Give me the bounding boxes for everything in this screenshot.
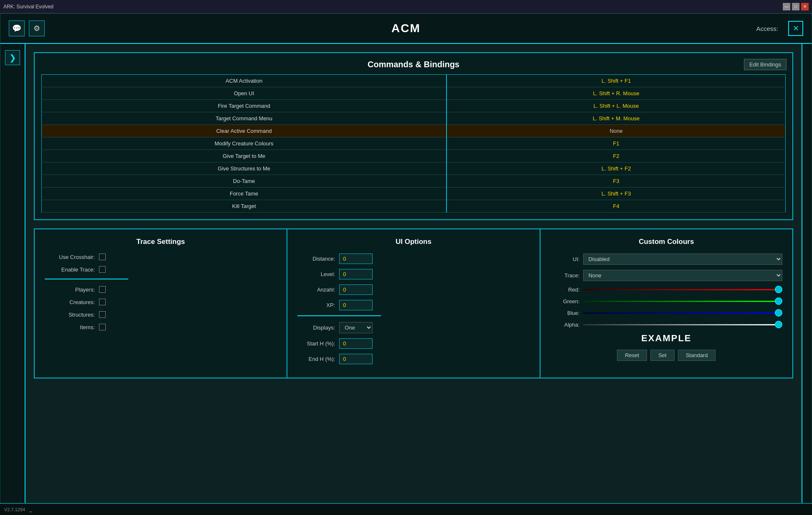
end-h-input[interactable] [339,354,373,364]
command-binding: F3 [447,175,785,188]
ui-options-panel: UI Options Distance: Level: Anzahl: [287,229,540,378]
end-h-row: End H (%): [297,354,529,364]
items-label: Items: [45,324,95,330]
structures-checkbox[interactable] [99,311,106,318]
command-binding: F1 [447,137,785,150]
ui-colour-select[interactable]: Disabled Enabled [583,254,782,265]
blue-label: Blue: [551,310,580,316]
command-name: Clear Active Command [42,125,447,137]
status-bar: V2.7.1294 _ [0,503,812,515]
green-slider-container [583,298,782,304]
ui-colour-row: UI: Disabled Enabled [551,254,782,265]
app-title: ACM [391,22,421,35]
green-label: Green: [551,298,580,304]
anzahl-input[interactable] [339,284,373,295]
start-h-row: Start H (%): [297,338,529,349]
command-name: Force Tame [42,188,447,200]
trace-colour-label: Trace: [551,272,580,279]
command-name: Do-Tame [42,175,447,188]
red-label: Red: [551,287,580,293]
standard-button[interactable]: Standard [678,350,716,361]
distance-row: Distance: [297,254,529,264]
title-bar: ARK: Survival Evolved — □ ✕ [0,0,812,13]
anzahl-label: Anzahl: [297,287,335,293]
minimize-button[interactable]: — [783,3,790,10]
custom-colours-panel: Custom Colours UI: Disabled Enabled Trac… [540,229,792,378]
table-row[interactable]: Open UIL. Shift + R. Mouse [42,87,786,100]
main-content: Commands & Bindings Edit Bindings ACM Ac… [25,44,802,503]
distance-input[interactable] [339,254,373,264]
command-name: Fire Target Command [42,100,447,112]
green-slider-thumb[interactable] [775,297,782,305]
items-checkbox[interactable] [99,324,106,330]
alpha-slider-track [583,324,782,325]
players-checkbox[interactable] [99,286,106,293]
nav-arrow-button[interactable]: ❯ [5,50,20,65]
maximize-button[interactable]: □ [792,3,799,10]
table-row[interactable]: Give Structures to MeL. Shift + F2 [42,162,786,175]
start-h-label: Start H (%): [297,340,335,347]
reset-button[interactable]: Reset [617,350,647,361]
level-input[interactable] [339,269,373,279]
header-icons: 💬 ⚙ [9,20,45,36]
alpha-label: Alpha: [551,322,580,328]
green-slider-track [583,301,782,302]
command-binding: L. Shift + R. Mouse [447,87,785,100]
use-crosshair-row: Use Crosshair: [45,254,277,260]
use-crosshair-checkbox[interactable] [99,254,106,260]
table-row[interactable]: Do-TameF3 [42,175,786,188]
red-slider-container [583,286,782,293]
settings-icon[interactable]: ⚙ [29,20,45,36]
level-row: Level: [297,269,529,279]
blue-slider-container [583,310,782,316]
command-name: Target Command Menu [42,112,447,125]
table-row[interactable]: Force TameL. Shift + F3 [42,188,786,200]
command-name: Modify Creature Colours [42,137,447,150]
command-binding: L. Shift + F2 [447,162,785,175]
trace-settings-panel: Trace Settings Use Crosshair: Enable Tra… [35,229,287,378]
alpha-slider-container [583,321,782,328]
table-row[interactable]: Give Target to MeF2 [42,150,786,162]
table-row[interactable]: Modify Creature ColoursF1 [42,137,786,150]
blue-row: Blue: [551,310,782,316]
access-label: Access: [756,25,778,32]
table-row[interactable]: Clear Active CommandNone [42,125,786,137]
red-slider-track [583,289,782,290]
main-container: 💬 ⚙ ACM Access: ✕ ❯ Commands & Bindings … [0,13,812,503]
command-name: Kill Target [42,200,447,213]
use-crosshair-label: Use Crosshair: [45,254,95,260]
command-name: Give Structures to Me [42,162,447,175]
xp-input[interactable] [339,300,373,310]
displays-select[interactable]: One Two Three [339,322,373,333]
custom-colours-title: Custom Colours [551,238,782,246]
chat-icon[interactable]: 💬 [9,20,25,36]
set-button[interactable]: Set [650,350,675,361]
edit-bindings-button[interactable]: Edit Bindings [744,59,787,70]
command-binding: L. Shift + L. Mouse [447,100,785,112]
alpha-slider-thumb[interactable] [775,321,782,328]
blue-slider-thumb[interactable] [775,309,782,317]
command-binding: F4 [447,200,785,213]
start-h-input[interactable] [339,338,373,349]
table-row[interactable]: Target Command MenuL. Shift + M. Mouse [42,112,786,125]
close-button[interactable]: ✕ [788,21,803,36]
title-bar-text: ARK: Survival Evolved [3,4,53,10]
window-close-button[interactable]: ✕ [801,3,809,10]
colour-buttons: Reset Set Standard [551,350,782,361]
enable-trace-checkbox[interactable] [99,266,106,273]
level-label: Level: [297,271,335,277]
title-bar-controls: — □ ✕ [783,3,809,10]
table-row[interactable]: Kill TargetF4 [42,200,786,213]
version-text: V2.7.1294 [4,507,25,512]
command-binding: L. Shift + F1 [447,75,785,87]
ui-colour-label: UI: [551,256,580,262]
green-row: Green: [551,298,782,304]
creatures-checkbox[interactable] [99,299,106,305]
command-binding: L. Shift + F3 [447,188,785,200]
trace-colour-row: Trace: None Custom [551,270,782,281]
command-name: Open UI [42,87,447,100]
trace-colour-select[interactable]: None Custom [583,270,782,281]
table-row[interactable]: Fire Target CommandL. Shift + L. Mouse [42,100,786,112]
table-row[interactable]: ACM ActivationL. Shift + F1 [42,75,786,87]
red-slider-thumb[interactable] [775,286,782,293]
